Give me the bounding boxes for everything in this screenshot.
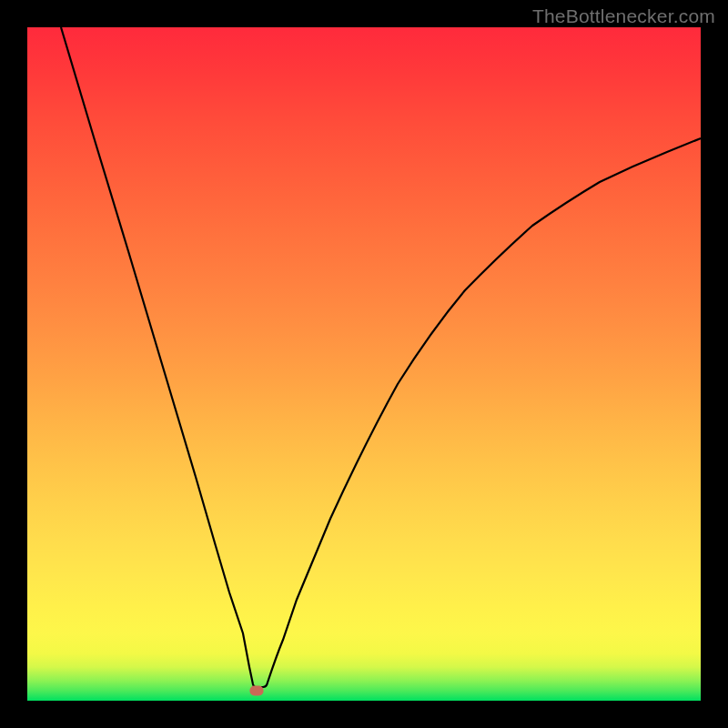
bottleneck-curve <box>61 27 701 687</box>
curve-layer <box>27 27 701 701</box>
chart-frame: TheBottlenecker.com <box>0 0 728 728</box>
plot-area <box>27 27 701 701</box>
optimal-point-marker <box>250 686 264 696</box>
watermark-text: TheBottlenecker.com <box>532 5 715 27</box>
